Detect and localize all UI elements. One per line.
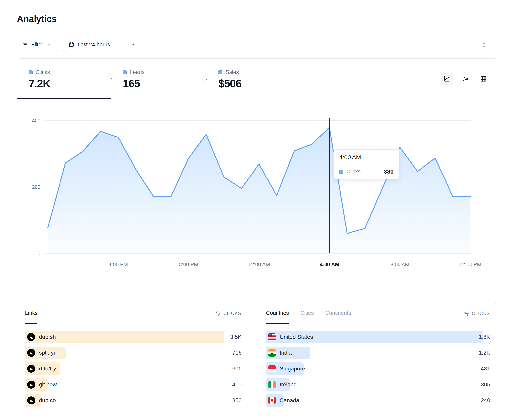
stats-tabs-row: Clicks 7.2K Leads 165 Sales $506 bbox=[17, 59, 498, 100]
table-view-toggle-button[interactable] bbox=[477, 72, 490, 85]
in-flag-icon bbox=[268, 349, 276, 357]
row-value: 716 bbox=[232, 350, 242, 356]
tab-leads[interactable]: Leads 165 bbox=[111, 59, 207, 99]
row-content: India bbox=[266, 349, 292, 357]
date-range-button[interactable]: Last 24 hours bbox=[63, 37, 141, 52]
link-row[interactable]: spti.fyi716 bbox=[25, 347, 242, 359]
link-row[interactable]: d.to/try606 bbox=[25, 362, 242, 375]
tooltip-legend-square bbox=[339, 170, 343, 174]
row-value: 305 bbox=[481, 381, 490, 388]
row-label: United States bbox=[280, 334, 313, 340]
analytics-card: Clicks 7.2K Leads 165 Sales $506 bbox=[17, 58, 498, 282]
row-value: 240 bbox=[481, 397, 490, 404]
x-axis-tick-label: 12:00 PM bbox=[459, 261, 481, 268]
links-rows: dub.sh3.5Kspti.fyi716d.to/try606git.new4… bbox=[17, 324, 249, 407]
countries-rows: United States1.8KIndia1.2KSingapore481Ir… bbox=[258, 324, 498, 407]
sg-flag-icon bbox=[268, 365, 276, 372]
dub-favicon bbox=[27, 349, 35, 357]
stat-value: $506 bbox=[218, 78, 241, 89]
row-label: dub.co bbox=[39, 397, 56, 404]
row-content: United States bbox=[266, 333, 313, 341]
country-row[interactable]: Ireland305 bbox=[266, 378, 490, 391]
link-row[interactable]: dub.co350 bbox=[25, 394, 242, 407]
row-label: Canada bbox=[280, 397, 299, 404]
x-axis-tick-label: 8:00 AM bbox=[390, 261, 409, 268]
ca-flag-icon bbox=[268, 397, 276, 404]
link-row[interactable]: git.new410 bbox=[25, 378, 242, 391]
filter-button[interactable]: Filter bbox=[17, 37, 58, 52]
date-range-label: Last 24 hours bbox=[78, 42, 110, 48]
x-axis-tick-label: 12:00 AM bbox=[248, 261, 270, 268]
stat-value: 165 bbox=[123, 78, 195, 89]
link-row[interactable]: dub.sh3.5K bbox=[25, 331, 242, 343]
tab-continents[interactable]: Continents bbox=[325, 304, 351, 324]
funnel-chart-icon bbox=[462, 75, 469, 82]
row-content: d.to/try bbox=[25, 365, 56, 373]
chart-tooltip: 4:00 AM Clicks 380 bbox=[333, 149, 399, 179]
line-chart-icon bbox=[443, 75, 450, 82]
x-axis-tick-label: 4:00 AM bbox=[320, 261, 339, 268]
clicks-legend-square bbox=[29, 70, 32, 74]
page-title: Analytics bbox=[17, 14, 57, 24]
area-chart-canvas: 02004004:00 PM8:00 PM12:00 AM4:00 AM8:00… bbox=[17, 100, 498, 283]
ie-flag-icon bbox=[268, 381, 276, 388]
row-content: Ireland bbox=[266, 381, 297, 388]
row-value: 410 bbox=[232, 381, 242, 388]
row-content: git.new bbox=[25, 381, 57, 389]
cursor-click-icon bbox=[216, 311, 221, 316]
countries-panel-header: Countries Cities Continents CLICKS bbox=[258, 303, 498, 324]
filter-icon bbox=[22, 42, 28, 48]
stat-label: Sales bbox=[225, 69, 239, 75]
row-label: dub.sh bbox=[39, 334, 56, 340]
country-row[interactable]: United States1.8K bbox=[266, 331, 490, 343]
countries-panel: Countries Cities Continents CLICKS Unite… bbox=[258, 303, 498, 407]
row-label: spti.fyi bbox=[39, 350, 55, 356]
tab-countries[interactable]: Countries bbox=[266, 304, 289, 324]
links-panel-header: Links CLICKS bbox=[17, 303, 249, 324]
chart-view-toggles bbox=[441, 72, 490, 85]
page-edge-strip bbox=[0, 0, 0, 420]
row-content: Singapore bbox=[266, 365, 305, 372]
tab-sales[interactable]: Sales $506 bbox=[207, 59, 253, 99]
row-label: Ireland bbox=[280, 381, 297, 388]
funnel-chart-toggle-button[interactable] bbox=[459, 72, 471, 85]
more-options-button[interactable] bbox=[477, 38, 491, 52]
row-label: India bbox=[280, 350, 292, 356]
row-value: 481 bbox=[481, 366, 490, 372]
us-flag-icon bbox=[268, 333, 276, 341]
active-tab-indicator bbox=[17, 98, 111, 100]
country-row[interactable]: Singapore481 bbox=[266, 362, 490, 375]
clicks-area-fill bbox=[48, 127, 470, 253]
tab-clicks[interactable]: Clicks 7.2K bbox=[17, 59, 111, 99]
expand-leads-button[interactable] bbox=[202, 74, 211, 83]
country-row[interactable]: India1.2K bbox=[266, 347, 490, 359]
chevron-right-icon bbox=[205, 77, 209, 81]
y-axis-tick-label: 200 bbox=[32, 184, 40, 190]
sales-legend-square bbox=[218, 70, 222, 74]
row-content: dub.co bbox=[25, 396, 56, 404]
chevron-down-icon bbox=[130, 42, 135, 47]
links-metric-selector[interactable]: CLICKS bbox=[216, 311, 241, 316]
countries-metric-selector[interactable]: CLICKS bbox=[464, 311, 490, 316]
y-axis-tick-label: 0 bbox=[38, 250, 40, 256]
row-content: Canada bbox=[266, 397, 299, 404]
countries-metric-label: CLICKS bbox=[472, 311, 490, 316]
row-label: Singapore bbox=[280, 366, 305, 372]
row-content: spti.fyi bbox=[25, 349, 55, 357]
clicks-timeseries-chart[interactable]: 02004004:00 PM8:00 PM12:00 AM4:00 AM8:00… bbox=[17, 100, 498, 283]
expand-clicks-button[interactable] bbox=[107, 74, 116, 83]
calendar-icon bbox=[68, 42, 74, 48]
chevron-right-icon bbox=[109, 77, 113, 81]
row-label: git.new bbox=[39, 381, 57, 388]
line-chart-toggle-button[interactable] bbox=[441, 72, 453, 85]
row-content: dub.sh bbox=[25, 333, 56, 341]
stat-label: Leads bbox=[130, 69, 145, 75]
chevron-down-icon bbox=[46, 42, 52, 47]
filter-button-label: Filter bbox=[31, 42, 43, 48]
dub-favicon bbox=[27, 381, 35, 389]
links-metric-label: CLICKS bbox=[223, 311, 241, 316]
country-row[interactable]: Canada240 bbox=[266, 394, 490, 407]
row-value: 3.5K bbox=[230, 334, 242, 340]
tab-links[interactable]: Links bbox=[25, 304, 37, 324]
tab-cities[interactable]: Cities bbox=[300, 304, 314, 324]
